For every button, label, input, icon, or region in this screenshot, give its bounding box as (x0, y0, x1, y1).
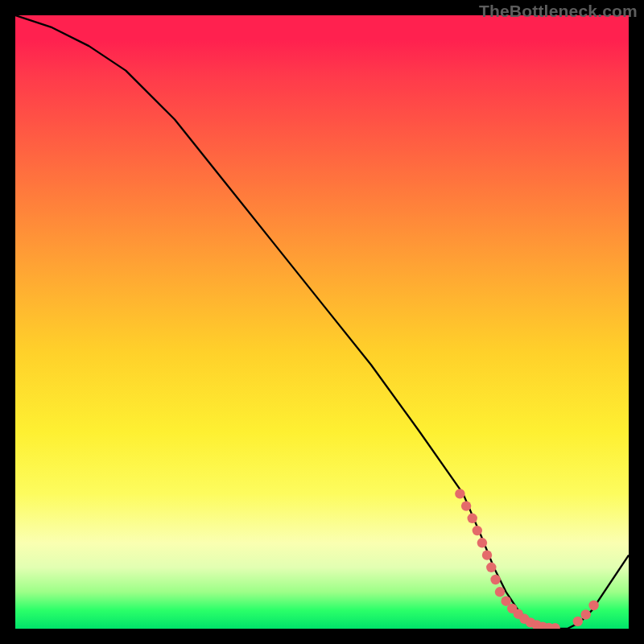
highlight-dot (477, 538, 487, 547)
bottleneck-curve (15, 15, 629, 629)
highlight-dot (581, 609, 591, 619)
watermark-text: TheBottleneck.com (479, 2, 638, 21)
highlight-dot (473, 526, 482, 535)
highlight-dot (455, 489, 464, 498)
highlight-dot (461, 501, 471, 510)
highlight-dot (573, 617, 583, 626)
gradient-plot-area (15, 15, 629, 629)
highlight-dot (468, 514, 477, 523)
highlight-dot (482, 550, 492, 559)
highlight-dot (588, 601, 598, 610)
chart-svg (15, 15, 629, 629)
highlight-dot (495, 587, 505, 597)
highlight-dot (486, 563, 496, 572)
highlight-dot (490, 575, 500, 584)
